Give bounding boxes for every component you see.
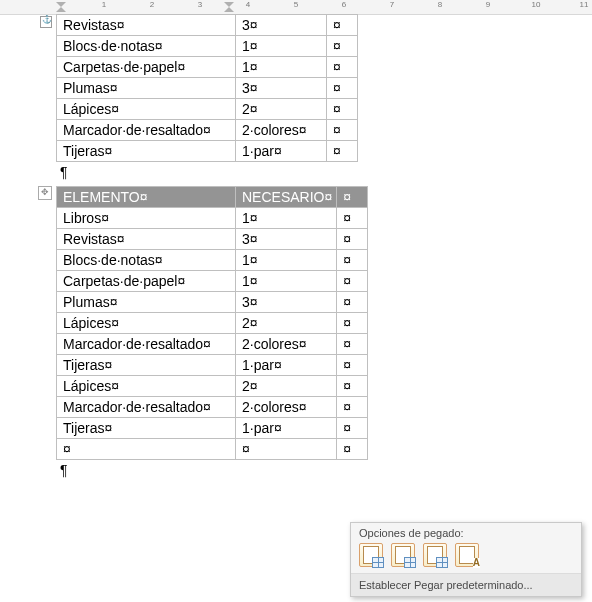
cell-item[interactable]: Tijeras¤ (57, 141, 236, 162)
cell-item[interactable]: Revistas¤ (57, 15, 236, 36)
table-row[interactable]: Plumas¤3¤¤ (57, 78, 358, 99)
cell-qty[interactable]: 1¤ (236, 271, 337, 292)
cell-end[interactable]: ¤ (337, 250, 368, 271)
cell-item[interactable]: Libros¤ (57, 208, 236, 229)
cell-qty[interactable]: 1¤ (236, 36, 327, 57)
cell-qty[interactable]: 2·colores¤ (236, 397, 337, 418)
table-row[interactable]: Tijeras¤1·par¤¤ (57, 141, 358, 162)
cell-item[interactable]: Tijeras¤ (57, 355, 236, 376)
cell-item[interactable]: Marcador·de·resaltado¤ (57, 397, 236, 418)
cell-qty[interactable]: 1·par¤ (236, 355, 337, 376)
cell-end[interactable]: ¤ (327, 141, 358, 162)
cell-end[interactable]: ¤ (337, 334, 368, 355)
cell-end[interactable]: ¤ (337, 355, 368, 376)
table-row[interactable]: Lápices¤2¤¤ (57, 376, 368, 397)
cell-end[interactable]: ¤ (337, 229, 368, 250)
table-row[interactable]: Tijeras¤1·par¤¤ (57, 355, 368, 376)
paste-keep-source-formatting-icon[interactable] (359, 543, 383, 567)
cell-qty[interactable]: 2¤ (236, 99, 327, 120)
header-item[interactable]: ELEMENTO¤ (57, 187, 236, 208)
cell-item[interactable]: Plumas¤ (57, 78, 236, 99)
cell-item[interactable]: Plumas¤ (57, 292, 236, 313)
cell-qty[interactable]: 1·par¤ (236, 418, 337, 439)
cell-item[interactable]: Revistas¤ (57, 229, 236, 250)
header-qty[interactable]: NECESARIO¤ (236, 187, 337, 208)
table-move-handle-icon[interactable]: ✥ (38, 186, 52, 200)
cell-item[interactable]: Carpetas·de·papel¤ (57, 271, 236, 292)
cell-end[interactable]: ¤ (327, 99, 358, 120)
cell-end[interactable]: ¤ (337, 439, 368, 460)
cell-item[interactable]: Marcador·de·resaltado¤ (57, 334, 236, 355)
cell-item[interactable]: Blocs·de·notas¤ (57, 36, 236, 57)
cell-qty[interactable]: 1¤ (236, 57, 327, 78)
table-row[interactable]: Carpetas·de·papel¤1¤¤ (57, 271, 368, 292)
table-row[interactable]: Revistas¤3¤¤ (57, 15, 358, 36)
ruler-mark: 8 (438, 0, 442, 9)
header-end[interactable]: ¤ (337, 187, 368, 208)
cell-item[interactable]: Marcador·de·resaltado¤ (57, 120, 236, 141)
cell-qty[interactable]: 1¤ (236, 250, 337, 271)
table-row[interactable]: Revistas¤3¤¤ (57, 229, 368, 250)
set-default-paste-button[interactable]: Establecer Pegar predeterminado... (351, 573, 581, 596)
table-row[interactable]: Blocs·de·notas¤1¤¤ (57, 36, 358, 57)
cell-qty[interactable]: 2·colores¤ (236, 334, 337, 355)
cell-qty[interactable]: 2¤ (236, 376, 337, 397)
cell-end[interactable]: ¤ (337, 208, 368, 229)
cell-qty[interactable]: 3¤ (236, 15, 327, 36)
table-row[interactable]: Carpetas·de·papel¤1¤¤ (57, 57, 358, 78)
ruler-mark: 1 (102, 0, 106, 9)
anchor-icon (40, 16, 52, 28)
table-row[interactable]: Tijeras¤1·par¤¤ (57, 418, 368, 439)
cell-qty[interactable]: 2·colores¤ (236, 120, 327, 141)
cell-qty[interactable]: 2¤ (236, 313, 337, 334)
table-1[interactable]: Revistas¤3¤¤Blocs·de·notas¤1¤¤Carpetas·d… (56, 14, 358, 162)
paste-merge-formatting-icon[interactable] (391, 543, 415, 567)
cell-qty[interactable]: 3¤ (236, 292, 337, 313)
cell-item[interactable]: Lápices¤ (57, 376, 236, 397)
table-row[interactable]: Marcador·de·resaltado¤2·colores¤¤ (57, 120, 358, 141)
cell-end[interactable]: ¤ (327, 120, 358, 141)
ruler-mark: 3 (198, 0, 202, 9)
paste-text-only-icon[interactable] (455, 543, 479, 567)
cell-end[interactable]: ¤ (337, 313, 368, 334)
cell-end[interactable]: ¤ (337, 271, 368, 292)
cell-item[interactable]: Carpetas·de·papel¤ (57, 57, 236, 78)
table-2[interactable]: ELEMENTO¤NECESARIO¤¤Libros¤1¤¤Revistas¤3… (56, 186, 368, 460)
cell-item[interactable]: Tijeras¤ (57, 418, 236, 439)
cell-item[interactable]: Blocs·de·notas¤ (57, 250, 236, 271)
tab-marker[interactable] (224, 7, 234, 12)
table-row[interactable]: Libros¤1¤¤ (57, 208, 368, 229)
cell-end[interactable]: ¤ (327, 57, 358, 78)
table-row[interactable]: ¤¤¤ (57, 439, 368, 460)
cell-end[interactable]: ¤ (327, 15, 358, 36)
horizontal-ruler: 1 2 3 4 5 6 7 8 9 10 11 (0, 0, 592, 15)
table-header-row[interactable]: ELEMENTO¤NECESARIO¤¤ (57, 187, 368, 208)
paste-options-icons (351, 541, 581, 573)
cell-end[interactable]: ¤ (337, 397, 368, 418)
cell-item[interactable]: ¤ (57, 439, 236, 460)
table-row[interactable]: Lápices¤2¤¤ (57, 313, 368, 334)
document-body[interactable]: Revistas¤3¤¤Blocs·de·notas¤1¤¤Carpetas·d… (56, 14, 584, 480)
paragraph-mark: ¶ (56, 162, 584, 182)
cell-end[interactable]: ¤ (337, 418, 368, 439)
cell-qty[interactable]: 1¤ (236, 208, 337, 229)
hanging-indent-marker[interactable] (56, 7, 66, 12)
ruler-mark: 5 (294, 0, 298, 9)
paste-use-destination-styles-icon[interactable] (423, 543, 447, 567)
table-row[interactable]: Marcador·de·resaltado¤2·colores¤¤ (57, 397, 368, 418)
cell-item[interactable]: Lápices¤ (57, 313, 236, 334)
table-row[interactable]: Plumas¤3¤¤ (57, 292, 368, 313)
cell-item[interactable]: Lápices¤ (57, 99, 236, 120)
cell-qty[interactable]: ¤ (236, 439, 337, 460)
cell-end[interactable]: ¤ (337, 376, 368, 397)
cell-qty[interactable]: 3¤ (236, 78, 327, 99)
table-row[interactable]: Marcador·de·resaltado¤2·colores¤¤ (57, 334, 368, 355)
ruler-mark: 11 (580, 0, 589, 9)
table-row[interactable]: Blocs·de·notas¤1¤¤ (57, 250, 368, 271)
cell-end[interactable]: ¤ (327, 78, 358, 99)
table-row[interactable]: Lápices¤2¤¤ (57, 99, 358, 120)
cell-qty[interactable]: 1·par¤ (236, 141, 327, 162)
cell-qty[interactable]: 3¤ (236, 229, 337, 250)
cell-end[interactable]: ¤ (327, 36, 358, 57)
cell-end[interactable]: ¤ (337, 292, 368, 313)
